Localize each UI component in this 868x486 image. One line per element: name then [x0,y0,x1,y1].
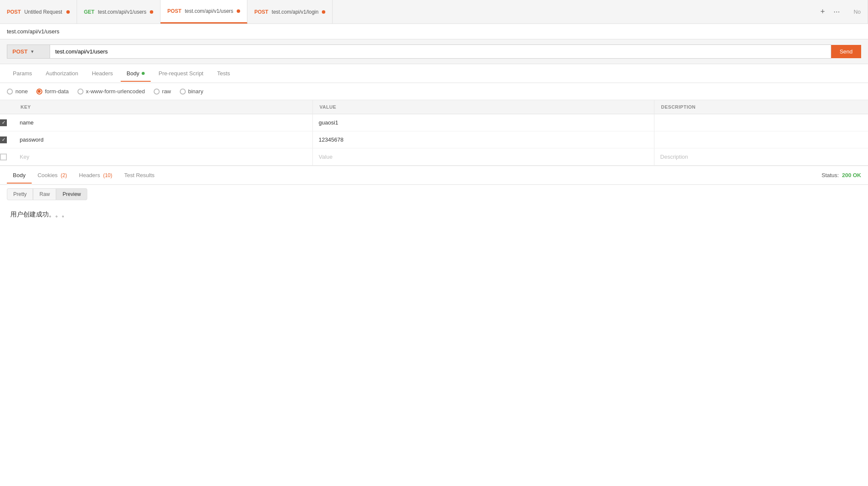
response-content: 用户创建成功。。。 [0,204,868,225]
tab-bar: POST Untitled Request GET test.com/api/v… [0,0,868,24]
radio-binary-circle [180,89,186,95]
row-1-key-cell[interactable] [14,114,312,131]
status-label: Status: [821,172,838,178]
response-tab-body[interactable]: Body [7,167,32,184]
radio-form-data-label: form-data [45,88,69,95]
response-tab-headers[interactable]: Headers (10) [73,167,119,184]
response-tab-cookies[interactable]: Cookies (2) [32,167,73,184]
new-row-value-cell[interactable] [312,148,654,166]
url-bar-text: test.com/api/v1/users [7,28,59,35]
radio-urlencoded-circle [77,89,83,95]
radio-raw-circle [154,89,160,95]
tab-4[interactable]: POST test.com/api/v1/login [247,0,333,24]
tab-2[interactable]: GET test.com/api/v1/users [77,0,161,24]
method-select[interactable]: POST ▼ [7,44,50,59]
tab-nav-tests-label: Tests [217,70,230,77]
row-1-desc-cell[interactable] [654,114,868,131]
tab-actions: + ··· [814,0,847,24]
response-tab-headers-label: Headers [79,172,100,178]
new-row-value-input[interactable] [313,148,654,165]
tab-nav-params[interactable]: Params [7,65,38,82]
tab-3-dot [237,9,240,13]
tab-1-url: Untitled Request [24,9,63,15]
row-1-value-input[interactable] [313,114,654,131]
request-tabs-nav: Params Authorization Headers Body Pre-re… [0,64,868,83]
tab-nav-authorization[interactable]: Authorization [40,65,84,82]
row-2-key-cell[interactable] [14,131,312,148]
new-row-checkbox [0,154,7,160]
table-header-row: KEY VALUE DESCRIPTION [0,100,868,114]
format-preview-button[interactable]: Preview [56,188,87,200]
row-2-checkbox-cell[interactable]: ✓ [0,131,14,148]
tab-4-dot [322,10,325,14]
tab-2-method: GET [84,9,95,15]
check-icon: ✓ [2,120,6,125]
tab-1-dot [66,10,70,14]
row-1-value-cell[interactable] [312,114,654,131]
url-input[interactable] [50,44,831,59]
tab-1-method: POST [7,9,21,15]
row-2-value-input[interactable] [313,131,654,148]
tab-nav-headers[interactable]: Headers [86,65,119,82]
new-row-key-cell[interactable] [14,148,312,166]
col-header-checkbox [0,100,14,114]
send-button[interactable]: Send [831,45,861,58]
format-raw-button[interactable]: Raw [33,188,56,200]
radio-binary-label: binary [188,88,203,95]
tab-2-url: test.com/api/v1/users [98,9,146,15]
method-select-value: POST [12,48,27,55]
table-row: ✓ [0,131,868,148]
body-active-dot [142,72,145,75]
new-row-checkbox-cell [0,148,14,166]
radio-none-circle [7,89,13,95]
format-pretty-button[interactable]: Pretty [7,188,33,200]
cookies-badge: (2) [61,172,67,178]
no-env-label: No [847,0,868,24]
radio-raw-label: raw [162,88,171,95]
request-line: POST ▼ Send [0,39,868,64]
more-tabs-button[interactable]: ··· [832,6,841,18]
row-2-desc-cell[interactable] [654,131,868,148]
row-1-checkbox[interactable]: ✓ [0,119,7,126]
tab-nav-headers-label: Headers [92,70,113,77]
form-data-table: KEY VALUE DESCRIPTION ✓ [0,100,868,166]
radio-none[interactable]: none [7,88,28,95]
url-bar: test.com/api/v1/users [0,24,868,39]
tab-3[interactable]: POST test.com/api/v1/users [161,0,247,24]
new-row-desc-input[interactable] [654,148,868,165]
col-header-key: KEY [14,100,312,114]
row-2-key-input[interactable] [14,131,312,148]
tab-nav-params-label: Params [13,70,32,77]
tab-1[interactable]: POST Untitled Request [0,0,77,24]
tab-4-url: test.com/api/v1/login [272,9,318,15]
radio-binary[interactable]: binary [180,88,203,95]
tab-2-dot [150,10,153,14]
tab-nav-pre-request[interactable]: Pre-request Script [152,65,209,82]
radio-none-label: none [15,88,28,95]
tab-nav-tests[interactable]: Tests [211,65,236,82]
table-new-row [0,148,868,166]
row-1-key-input[interactable] [14,114,312,131]
radio-form-data[interactable]: form-data [36,88,69,95]
row-1-desc-input[interactable] [654,114,868,131]
headers-badge: (10) [103,172,112,178]
tab-nav-body[interactable]: Body [121,65,151,82]
response-toolbar: Pretty Raw Preview [0,185,868,204]
tab-nav-body-label: Body [127,70,140,77]
response-body-text: 用户创建成功。。。 [10,210,68,218]
row-1-checkbox-cell[interactable]: ✓ [0,114,14,131]
tab-nav-authorization-label: Authorization [46,70,78,77]
chevron-down-icon: ▼ [30,49,34,54]
tab-3-method: POST [167,8,181,14]
row-2-value-cell[interactable] [312,131,654,148]
response-status: Status: 200 OK [821,172,861,178]
radio-raw[interactable]: raw [154,88,171,95]
row-2-checkbox[interactable]: ✓ [0,136,7,143]
body-type-row: none form-data x-www-form-urlencoded raw… [0,83,868,100]
radio-urlencoded[interactable]: x-www-form-urlencoded [77,88,145,95]
new-row-desc-cell[interactable] [654,148,868,166]
row-2-desc-input[interactable] [654,131,868,148]
new-row-key-input[interactable] [14,148,312,165]
response-tab-test-results[interactable]: Test Results [118,167,161,184]
add-tab-button[interactable]: + [819,6,827,18]
